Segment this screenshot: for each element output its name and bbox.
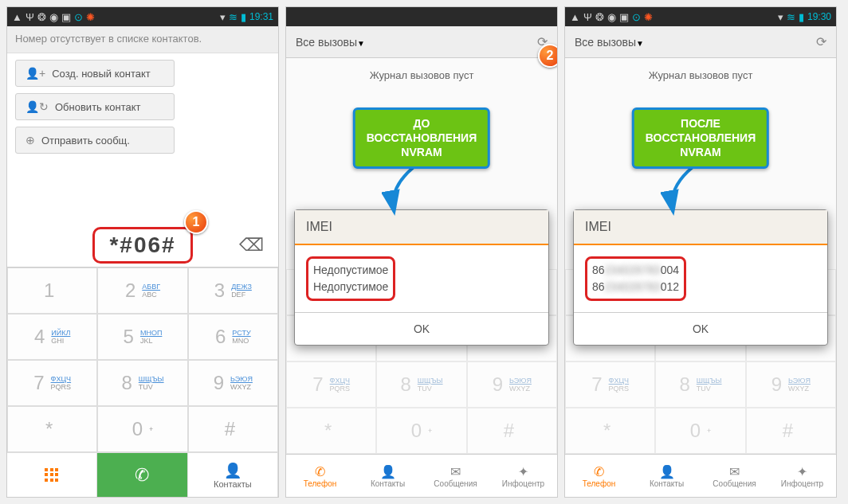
dialpad-tab[interactable] [7, 452, 97, 497]
chip-label: Отправить сообщ. [41, 135, 130, 147]
key-7[interactable]: 7ФХЦЧPQRS [286, 361, 376, 408]
ok-button[interactable]: OK [295, 312, 548, 345]
key-0[interactable]: 0+ [655, 408, 745, 454]
signal-icon: ▾ [778, 12, 783, 22]
tab-Сообщения[interactable]: ✉Сообщения [422, 454, 489, 497]
warning-icon: ▲ [12, 12, 22, 22]
person-plus-icon: 👤+ [26, 67, 45, 80]
sync-icon: ◉ [49, 12, 58, 22]
dial-code: *#06# [92, 227, 192, 264]
key-*[interactable]: * [565, 408, 655, 454]
tab-Контакты[interactable]: 👤Контакты [633, 454, 701, 497]
key-4[interactable]: 4ИЙКЛGHI [7, 314, 97, 360]
phone-screen-2: Все вызовы▼ ⟳ Журнал вызовов пуст 2 ДОВО… [285, 6, 558, 498]
app-icon: ❂ [595, 12, 604, 22]
phone-screen-3: ▲ Ψ ❂ ◉ ▣ ⊙ ✺ ▾ ≋ ▮ 19:30 Все вызовы▼ ⟳ … [564, 6, 837, 498]
key-7[interactable]: 7ФХЦЧPQRS [565, 361, 655, 408]
tab-label: Сообщения [713, 479, 756, 488]
tab-label: Телефон [304, 479, 336, 488]
imei-value-1: 86234026783004 [592, 264, 679, 276]
warning-icon: ▲ [570, 12, 580, 22]
key-0[interactable]: 0+ [376, 408, 466, 454]
update-contact-button[interactable]: 👤↻ Обновить контакт [15, 93, 175, 120]
app-icon: ❂ [37, 12, 46, 22]
key-9[interactable]: 9ЬЭЮЯWXYZ [467, 361, 557, 408]
flame-icon: ✺ [86, 12, 95, 22]
create-contact-button[interactable]: 👤+ Созд. новый контакт [15, 60, 175, 87]
key-#[interactable]: # [467, 408, 557, 454]
clock: 19:31 [249, 11, 273, 22]
keypad: 12АБВГABC3ДЕЖЗDEF4ИЙКЛGHI5МНОПJKL6РСТУMN… [7, 268, 278, 452]
wifi-icon: ≋ [787, 12, 795, 22]
sync-icon: ◉ [607, 12, 616, 22]
key-#[interactable]: # [746, 408, 836, 454]
chip-label: Обновить контакт [55, 101, 141, 113]
imei-values-highlight: Недопустимое Недопустимое [306, 256, 395, 301]
tab-label: Контакты [650, 479, 684, 488]
key-2[interactable]: 2АБВГABC [97, 268, 187, 314]
header-label[interactable]: Все вызовы [575, 36, 636, 49]
contact-actions: 👤+ Созд. новый контакт 👤↻ Обновить конта… [7, 53, 278, 166]
dialpad-icon [45, 468, 59, 483]
key-#[interactable]: # [188, 406, 278, 452]
arrow-icon [661, 163, 709, 219]
battery-icon: ▮ [799, 12, 804, 22]
tab-Телефон[interactable]: ✆Телефон [286, 454, 354, 497]
tab-icon: ✆ [594, 464, 604, 479]
imei-dialog: IMEI Недопустимое Недопустимое OK [294, 209, 549, 346]
circle-icon: ⊙ [74, 12, 83, 22]
step-marker-1: 1 [184, 210, 208, 234]
imei-value-2: Недопустимое [313, 280, 388, 293]
bottom-bar: ✆ 👤 Контакты [7, 452, 278, 497]
backspace-icon[interactable]: ⌫ [239, 235, 264, 256]
key-8[interactable]: 8ШЩЪЫTUV [97, 360, 187, 406]
key-9[interactable]: 9ЬЭЮЯWXYZ [188, 360, 278, 406]
key-9[interactable]: 9ЬЭЮЯWXYZ [746, 361, 836, 408]
tab-icon: ✉ [450, 464, 461, 479]
person-refresh-icon: 👤↻ [26, 100, 49, 113]
tab-label: Телефон [583, 479, 615, 488]
key-5[interactable]: 5МНОПJKL [97, 314, 187, 360]
ok-button[interactable]: OK [574, 312, 827, 345]
tab-Телефон[interactable]: ✆Телефон [565, 454, 633, 497]
plus-circle-icon: ⊕ [26, 134, 35, 147]
tab-icon: 👤 [659, 464, 675, 479]
clock: 19:30 [807, 11, 831, 22]
key-6[interactable]: 6РСТУMNO [188, 314, 278, 360]
person-icon: 👤 [224, 462, 241, 479]
tab-label: Контакты [371, 479, 405, 488]
call-button[interactable]: ✆ [97, 452, 187, 497]
tab-Инфоцентр[interactable]: ✦Инфоцентр [768, 454, 836, 497]
header-label[interactable]: Все вызовы [296, 36, 357, 49]
circle-icon: ⊙ [632, 12, 641, 22]
chip-label: Созд. новый контакт [52, 68, 151, 80]
key-0[interactable]: 0+ [97, 406, 187, 452]
imei-value-2: 86234026783012 [592, 280, 679, 293]
send-message-button[interactable]: ⊕ Отправить сообщ. [15, 127, 175, 154]
key-8[interactable]: 8ШЩЪЫTUV [655, 361, 745, 408]
key-*[interactable]: * [286, 408, 376, 454]
tab-Инфоцентр[interactable]: ✦Инфоцентр [489, 454, 557, 497]
key-7[interactable]: 7ФХЦЧPQRS [7, 360, 97, 406]
usb-icon: Ψ [583, 12, 592, 22]
bottom-tabs: ✆Телефон👤Контакты✉Сообщения✦Инфоцентр [286, 454, 557, 497]
chevron-down-icon: ▼ [357, 39, 365, 48]
before-nvram-callout: ДОВОССТАНОВЛЕНИЯNVRAM [353, 107, 490, 169]
tab-Сообщения[interactable]: ✉Сообщения [701, 454, 768, 497]
phone-icon: ✆ [135, 465, 149, 486]
chevron-down-icon: ▼ [636, 39, 644, 48]
key-3[interactable]: 3ДЕЖЗDEF [188, 268, 278, 314]
key-*[interactable]: * [7, 406, 97, 452]
tab-icon: ✉ [729, 464, 740, 479]
key-8[interactable]: 8ШЩЪЫTUV [376, 361, 466, 408]
body: Журнал вызовов пуст 2 ДОВОССТАНОВЛЕНИЯNV… [286, 58, 557, 454]
contacts-tab[interactable]: 👤 Контакты [188, 452, 278, 497]
body: Журнал вызовов пуст ПОСЛЕВОССТАНОВЛЕНИЯN… [565, 58, 836, 454]
menu-icon[interactable]: ⟳ [816, 34, 826, 49]
imei-dialog: IMEI 86234026783004 86234026783012 OK [573, 209, 828, 346]
imei-values-highlight: 86234026783004 86234026783012 [585, 256, 686, 301]
image-icon: ▣ [619, 12, 629, 22]
key-1[interactable]: 1 [7, 268, 97, 314]
imei-value-1: Недопустимое [313, 264, 388, 276]
tab-Контакты[interactable]: 👤Контакты [354, 454, 422, 497]
